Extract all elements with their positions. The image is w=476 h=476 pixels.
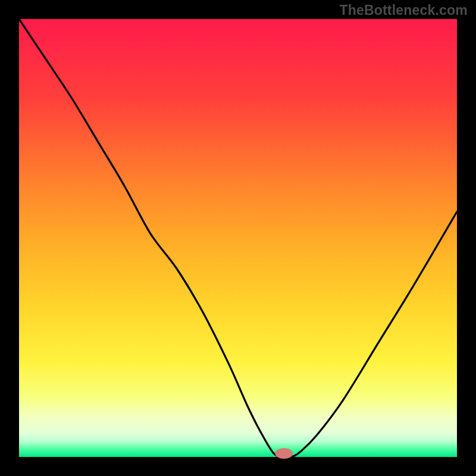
bottleneck-plot <box>0 0 476 476</box>
optimum-marker <box>275 448 293 459</box>
watermark-text: TheBottleneck.com <box>339 2 468 18</box>
chart-frame: TheBottleneck.com <box>0 0 476 476</box>
gradient-background <box>19 19 457 457</box>
